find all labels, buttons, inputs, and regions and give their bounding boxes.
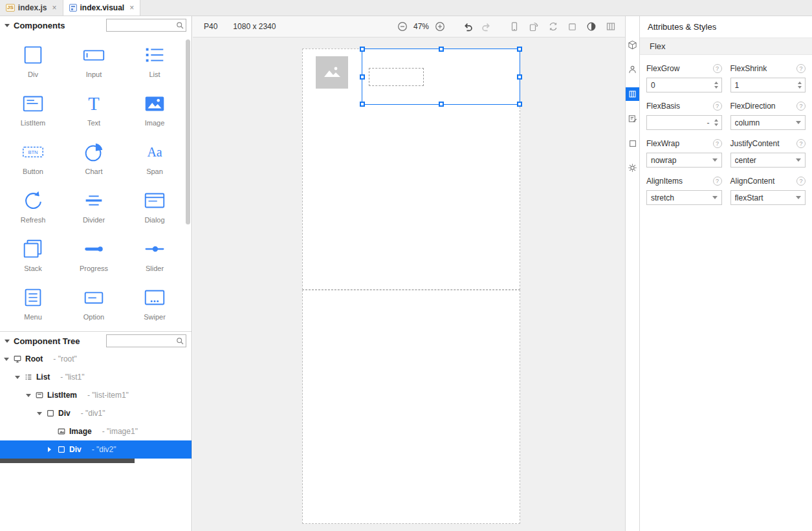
help-icon[interactable]: ? <box>713 102 722 111</box>
help-icon[interactable]: ? <box>796 64 806 73</box>
rotate-device-icon[interactable] <box>529 21 539 32</box>
flex-section-header[interactable]: Flex <box>640 38 812 55</box>
component-button[interactable]: BTN Button <box>3 134 63 182</box>
chart-component-icon <box>82 139 106 165</box>
tree-row-listitem[interactable]: ListItem - "list-item1" <box>0 386 192 404</box>
expand-arrow-icon[interactable] <box>15 376 21 379</box>
components-scrollbar[interactable] <box>186 39 190 224</box>
cube-icon[interactable] <box>626 38 639 52</box>
justifycontent-select[interactable]: center <box>730 153 806 168</box>
component-text[interactable]: T Text <box>63 85 124 134</box>
form-edit-icon[interactable] <box>626 112 639 125</box>
component-option[interactable]: Option <box>63 279 124 328</box>
zoom-out-icon[interactable] <box>397 21 408 32</box>
resize-handle[interactable] <box>360 47 365 52</box>
selected-element-box[interactable] <box>362 49 520 105</box>
component-input[interactable]: Input <box>63 37 124 85</box>
flexdirection-select[interactable]: column <box>730 115 806 130</box>
component-chart[interactable]: Chart <box>63 134 124 182</box>
svg-text:T: T <box>88 94 99 114</box>
help-icon[interactable]: ? <box>713 139 722 148</box>
expand-arrow-icon[interactable] <box>37 412 43 415</box>
tree-row-image1[interactable]: Image - "image1" <box>0 422 192 440</box>
tree-node-ref: - "div1" <box>81 409 105 418</box>
collapse-arrow-icon[interactable] <box>5 340 10 343</box>
number-stepper-icon[interactable] <box>712 81 721 89</box>
component-refresh[interactable]: Refresh <box>3 182 63 231</box>
flexwrap-select[interactable]: nowrap <box>646 153 722 168</box>
help-icon[interactable]: ? <box>713 177 722 186</box>
close-icon[interactable]: × <box>129 4 134 12</box>
undo-icon[interactable] <box>462 21 473 32</box>
sync-rotate-icon[interactable] <box>548 21 558 32</box>
frame-toggle-icon[interactable] <box>567 22 577 32</box>
component-divider[interactable]: Divider <box>63 182 124 231</box>
help-icon[interactable]: ? <box>796 177 806 186</box>
flexshrink-input[interactable]: 1 <box>730 78 806 92</box>
component-list[interactable]: List <box>124 37 185 85</box>
help-icon[interactable]: ? <box>796 102 806 111</box>
tree-row-root[interactable]: Root - "root" <box>0 350 192 368</box>
component-slider[interactable]: Slider <box>124 231 185 279</box>
tab-index-js[interactable]: JS index.js × <box>0 0 63 16</box>
flexbasis-input[interactable]: - <box>646 115 722 130</box>
tree-horizontal-scrollbar[interactable] <box>0 459 135 463</box>
resize-handle[interactable] <box>517 47 522 52</box>
resize-handle[interactable] <box>517 102 522 107</box>
collapse-arrow-icon[interactable] <box>5 24 10 27</box>
component-stack[interactable]: Stack <box>3 231 63 279</box>
design-canvas[interactable] <box>193 38 625 531</box>
gear-icon[interactable] <box>626 161 639 175</box>
resize-handle[interactable] <box>439 47 444 52</box>
phone-preview[interactable] <box>302 49 520 524</box>
list-node-icon <box>24 373 33 382</box>
close-icon[interactable]: × <box>52 4 56 12</box>
tree-node-ref: - "list1" <box>60 373 84 382</box>
number-stepper-icon[interactable] <box>796 81 805 89</box>
attribute-category-strip <box>625 16 639 531</box>
component-progress[interactable]: Progress <box>63 231 124 279</box>
list-item-outline[interactable] <box>302 290 520 524</box>
flex-layout-icon[interactable] <box>626 87 639 101</box>
grid-columns-icon[interactable] <box>606 21 616 32</box>
component-label: Button <box>23 168 43 175</box>
div-component-icon <box>21 42 45 68</box>
tree-row-list[interactable]: List - "list1" <box>0 368 192 386</box>
component-listitem[interactable]: ListItem <box>3 85 63 134</box>
expand-arrow-icon[interactable] <box>48 447 54 452</box>
number-stepper-icon[interactable] <box>712 119 721 126</box>
aligncontent-select[interactable]: flexStart <box>730 190 806 205</box>
flexgrow-input[interactable]: 0 <box>646 78 722 92</box>
component-image[interactable]: Image <box>124 85 185 134</box>
alignitems-select[interactable]: stretch <box>646 190 722 205</box>
expand-arrow-icon[interactable] <box>26 394 32 397</box>
components-search-input[interactable] <box>109 21 176 29</box>
tree-row-div2-selected[interactable]: Div - "div2" <box>0 440 192 459</box>
expand-arrow-icon[interactable] <box>4 358 10 361</box>
tab-index-visual[interactable]: index.visual × <box>63 0 141 16</box>
border-frame-icon[interactable] <box>626 136 639 150</box>
component-div[interactable]: Div <box>3 37 63 85</box>
component-menu[interactable]: Menu <box>3 279 63 328</box>
js-file-icon: JS <box>6 4 15 12</box>
resize-handle[interactable] <box>360 74 365 80</box>
tree-search-input[interactable] <box>109 337 176 345</box>
component-span[interactable]: Aa Span <box>124 134 185 182</box>
help-icon[interactable]: ? <box>796 139 806 148</box>
empty-div-outline[interactable] <box>369 68 424 86</box>
member-icon[interactable] <box>626 63 639 76</box>
zoom-in-icon[interactable] <box>435 21 445 32</box>
component-swiper[interactable]: Swiper <box>124 279 185 328</box>
image-placeholder[interactable] <box>316 56 348 89</box>
resize-handle[interactable] <box>517 74 522 80</box>
help-icon[interactable]: ? <box>713 64 722 73</box>
resize-handle[interactable] <box>439 102 444 107</box>
prop-alignitems: AlignItems ? stretch <box>646 175 722 205</box>
phone-portrait-icon[interactable] <box>509 21 520 32</box>
flexdirection-label: FlexDirection <box>730 102 776 111</box>
tree-row-div1[interactable]: Div - "div1" <box>0 404 192 422</box>
component-dialog[interactable]: Dialog <box>124 182 185 231</box>
theme-contrast-icon[interactable] <box>586 21 597 32</box>
resize-handle[interactable] <box>360 102 365 107</box>
redo-icon[interactable] <box>481 21 492 32</box>
